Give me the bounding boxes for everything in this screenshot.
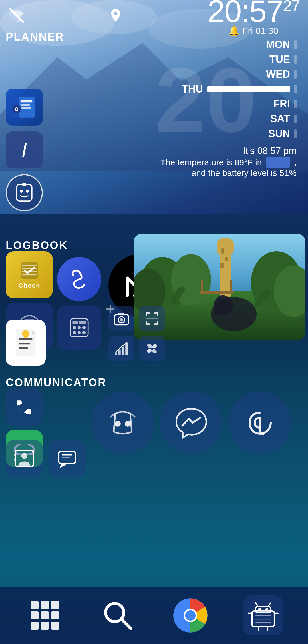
svg-rect-71 bbox=[19, 343, 30, 344]
svg-rect-54 bbox=[146, 312, 148, 316]
check-app-icon[interactable]: Check bbox=[6, 251, 53, 298]
chrome-app-icon[interactable] bbox=[170, 595, 210, 635]
svg-point-93 bbox=[185, 610, 196, 621]
threads-app-icon[interactable] bbox=[228, 391, 291, 454]
svg-text:±: ± bbox=[82, 321, 86, 327]
location-pin-icon bbox=[108, 7, 124, 24]
day-wed: WED bbox=[266, 68, 290, 80]
svg-rect-43 bbox=[221, 248, 224, 254]
messages-app-icon[interactable] bbox=[49, 440, 86, 477]
clock-time: 20:5727 bbox=[208, 0, 299, 27]
svg-rect-48 bbox=[230, 280, 232, 294]
svg-rect-72 bbox=[19, 347, 28, 349]
notes-app-icon[interactable] bbox=[6, 320, 46, 366]
svg-point-87 bbox=[125, 421, 131, 427]
svg-rect-82 bbox=[14, 458, 16, 461]
svg-rect-44 bbox=[225, 257, 228, 261]
svg-rect-60 bbox=[157, 321, 158, 325]
svg-point-97 bbox=[265, 608, 268, 610]
svg-rect-74 bbox=[24, 336, 27, 338]
svg-rect-46 bbox=[200, 291, 234, 294]
phone-app-icon[interactable] bbox=[6, 388, 43, 426]
dock-bar bbox=[0, 587, 308, 644]
svg-rect-25 bbox=[72, 321, 78, 324]
svg-rect-70 bbox=[19, 338, 32, 340]
investor-icon[interactable] bbox=[108, 336, 134, 361]
day-sat: SAT bbox=[270, 113, 290, 125]
svg-point-14 bbox=[20, 190, 23, 193]
svg-point-15 bbox=[26, 190, 29, 193]
day-mon: MON bbox=[266, 39, 290, 51]
day-thu: THU bbox=[182, 83, 203, 95]
svg-rect-64 bbox=[118, 349, 120, 355]
day-fri: FRI bbox=[273, 98, 290, 110]
svg-rect-42 bbox=[217, 238, 234, 256]
logbook-label: LOGBOOK bbox=[0, 237, 73, 254]
svg-point-68 bbox=[151, 347, 153, 350]
contacts-app-icon[interactable] bbox=[6, 440, 43, 477]
communicator-label: COMMUNICATOR bbox=[0, 374, 112, 391]
svg-rect-10 bbox=[21, 107, 31, 109]
svg-point-31 bbox=[78, 331, 81, 334]
svg-point-27 bbox=[73, 326, 76, 329]
svg-rect-8 bbox=[21, 100, 33, 102]
bixby-app-icon[interactable] bbox=[6, 174, 43, 211]
svg-rect-81 bbox=[14, 454, 16, 456]
scan-icon[interactable] bbox=[139, 306, 165, 331]
clock-display: 20:5727 🔔 Fri 01:30 bbox=[208, 0, 299, 36]
discord-app-icon[interactable] bbox=[91, 391, 154, 454]
svg-text:O: O bbox=[15, 107, 19, 112]
svg-rect-56 bbox=[157, 312, 158, 316]
outlook-app-icon[interactable]: O bbox=[6, 89, 43, 126]
svg-point-32 bbox=[82, 331, 86, 334]
cross-divider: + bbox=[106, 300, 115, 318]
search-icon[interactable] bbox=[98, 595, 138, 635]
messenger-app-icon[interactable] bbox=[160, 391, 223, 454]
svg-point-52 bbox=[120, 318, 123, 321]
pinwheel-icon[interactable] bbox=[139, 336, 165, 361]
svg-line-89 bbox=[121, 619, 131, 629]
svg-rect-16 bbox=[22, 183, 26, 186]
no-wifi-icon bbox=[9, 7, 24, 24]
svg-rect-65 bbox=[122, 346, 124, 355]
svg-rect-95 bbox=[255, 607, 271, 613]
svg-rect-13 bbox=[17, 184, 32, 201]
svg-rect-47 bbox=[201, 280, 203, 294]
calendar-days: MON TUE WED THU FRI bbox=[80, 39, 302, 140]
supernote-app-icon[interactable] bbox=[57, 257, 101, 301]
svg-rect-63 bbox=[115, 352, 117, 355]
status-bar: 20:5727 🔔 Fri 01:30 bbox=[0, 0, 308, 29]
day-sun: SUN bbox=[268, 128, 290, 140]
android-debug-icon[interactable] bbox=[243, 595, 283, 635]
svg-point-86 bbox=[115, 421, 121, 427]
svg-point-73 bbox=[22, 330, 29, 337]
app-drawer-icon[interactable] bbox=[25, 595, 65, 635]
svg-marker-67 bbox=[124, 341, 128, 344]
svg-rect-58 bbox=[146, 321, 148, 325]
svg-point-30 bbox=[73, 331, 76, 334]
svg-rect-66 bbox=[125, 344, 128, 355]
svg-point-80 bbox=[21, 453, 27, 459]
calculator-app-icon[interactable]: ± bbox=[57, 306, 101, 350]
day-tue: TUE bbox=[269, 53, 290, 65]
svg-rect-9 bbox=[21, 104, 30, 106]
svg-point-96 bbox=[258, 608, 261, 610]
svg-rect-45 bbox=[220, 263, 224, 268]
svg-point-28 bbox=[78, 326, 81, 329]
reader-app-icon[interactable]: I bbox=[6, 131, 43, 168]
